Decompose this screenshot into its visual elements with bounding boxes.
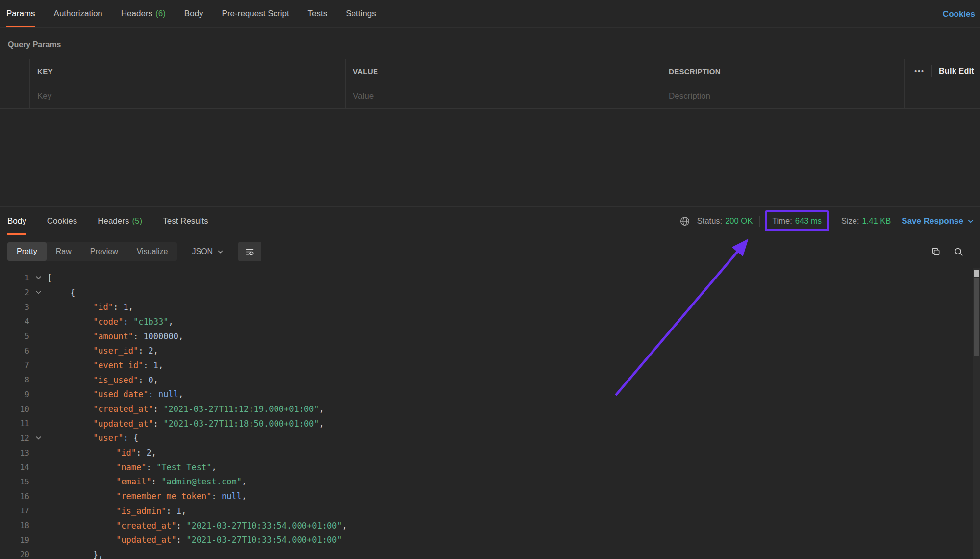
time-value: 643 ms bbox=[795, 216, 822, 226]
tab-label: Tests bbox=[308, 9, 327, 19]
text-wrap-button[interactable] bbox=[238, 242, 261, 261]
save-response-button[interactable]: Save Response bbox=[902, 216, 974, 226]
response-tab-test-results[interactable]: Test Results bbox=[163, 207, 208, 235]
view-mode-preview[interactable]: Preview bbox=[81, 242, 127, 261]
param-description-input[interactable] bbox=[669, 91, 904, 101]
code-line: 20}, bbox=[0, 547, 973, 559]
code-text: "email": "admin@test.com", bbox=[47, 477, 247, 486]
response-tab-cookies[interactable]: Cookies bbox=[47, 207, 77, 235]
query-params-title: Query Params bbox=[8, 40, 61, 49]
response-tab-body[interactable]: Body bbox=[7, 207, 26, 235]
line-number: 17 bbox=[0, 506, 29, 515]
row-handle-cell bbox=[0, 59, 30, 83]
line-number: 1 bbox=[0, 273, 29, 282]
tab-label: Body bbox=[184, 9, 203, 19]
row-handle-cell bbox=[0, 83, 30, 108]
code-line: 5"amount": 1000000, bbox=[0, 329, 973, 344]
line-number: 19 bbox=[0, 535, 29, 545]
code-text: "remember_me_token": null, bbox=[47, 491, 247, 501]
line-number: 15 bbox=[0, 477, 29, 486]
code-line: 3"id": 1, bbox=[0, 300, 973, 314]
code-line: 1[ bbox=[0, 271, 973, 285]
line-number: 18 bbox=[0, 521, 29, 530]
code-text: "amount": 1000000, bbox=[47, 331, 183, 341]
line-number: 10 bbox=[0, 405, 29, 414]
tab-pre-request-script[interactable]: Pre-request Script bbox=[222, 0, 289, 27]
bulk-edit-button[interactable]: Bulk Edit bbox=[939, 67, 974, 76]
code-line: 11"updated_at": "2021-03-27T11:18:50.000… bbox=[0, 416, 973, 431]
more-actions-icon[interactable]: ••• bbox=[914, 67, 925, 75]
code-text: "created_at": "2021-03-27T10:33:54.000+0… bbox=[47, 521, 347, 531]
fold-chevron-icon[interactable] bbox=[29, 289, 47, 296]
tab-authorization[interactable]: Authorization bbox=[54, 0, 102, 27]
divider bbox=[834, 216, 834, 227]
tab-label: Body bbox=[7, 216, 26, 226]
code-line: 8"is_used": 0, bbox=[0, 373, 973, 387]
text-wrap-icon bbox=[245, 247, 255, 257]
code-text: "created_at": "2021-03-27T11:12:19.000+0… bbox=[47, 404, 324, 414]
param-value-input[interactable] bbox=[353, 91, 661, 101]
code-text: "is_used": 0, bbox=[47, 375, 158, 385]
line-number: 9 bbox=[0, 390, 29, 399]
code-line: 4"code": "c1b33", bbox=[0, 314, 973, 329]
save-response-label: Save Response bbox=[902, 216, 963, 226]
column-header-key: KEY bbox=[30, 59, 346, 83]
time-label: Time: bbox=[772, 216, 792, 226]
code-line: 12"user": { bbox=[0, 431, 973, 446]
tab-label: Headers bbox=[98, 216, 129, 226]
column-header-value: VALUE bbox=[346, 59, 661, 83]
response-tab-headers[interactable]: Headers(5) bbox=[98, 207, 142, 235]
line-number: 13 bbox=[0, 448, 29, 457]
tab-label: Test Results bbox=[163, 216, 208, 226]
param-key-input[interactable] bbox=[37, 91, 345, 101]
fold-chevron-icon[interactable] bbox=[29, 434, 47, 442]
postman-window: Params Authorization Headers(6) Body Pre… bbox=[0, 0, 980, 559]
line-number: 12 bbox=[0, 433, 29, 443]
code-text: "event_id": 1, bbox=[47, 360, 163, 370]
column-header-description: DESCRIPTION bbox=[661, 59, 905, 83]
fold-chevron-icon[interactable] bbox=[29, 274, 47, 281]
view-mode-visualize[interactable]: Visualize bbox=[127, 242, 177, 261]
tab-params[interactable]: Params bbox=[6, 0, 35, 27]
code-line: 18"created_at": "2021-03-27T10:33:54.000… bbox=[0, 518, 973, 533]
view-mode-pretty[interactable]: Pretty bbox=[7, 242, 47, 261]
divider bbox=[759, 216, 760, 227]
tab-headers[interactable]: Headers(6) bbox=[121, 0, 166, 27]
code-text: "is_admin": 1, bbox=[47, 506, 186, 516]
line-number: 6 bbox=[0, 346, 29, 356]
time-highlight-box: Time: 643 ms bbox=[765, 210, 829, 231]
tab-body[interactable]: Body bbox=[184, 0, 203, 27]
response-toolbar: Pretty Raw Preview Visualize JSON bbox=[7, 241, 973, 262]
scrollbar-thumb[interactable] bbox=[974, 278, 979, 356]
globe-icon[interactable] bbox=[679, 216, 690, 227]
view-mode-group: Pretty Raw Preview Visualize bbox=[7, 242, 177, 261]
line-number: 4 bbox=[0, 317, 29, 326]
code-text: "updated_at": "2021-03-27T10:33:54.000+0… bbox=[47, 535, 342, 545]
code-text: "id": 2, bbox=[47, 448, 156, 457]
status-value: 200 OK bbox=[725, 216, 753, 226]
line-number: 16 bbox=[0, 492, 29, 501]
code-line: 19"updated_at": "2021-03-27T10:33:54.000… bbox=[0, 533, 973, 547]
response-size: Size: 1.41 KB bbox=[841, 216, 891, 226]
line-number: 20 bbox=[0, 550, 29, 559]
code-line: 10"created_at": "2021-03-27T11:12:19.000… bbox=[0, 402, 973, 416]
tab-settings[interactable]: Settings bbox=[346, 0, 376, 27]
tab-label: Headers bbox=[121, 9, 152, 19]
code-text: "user_id": 2, bbox=[47, 346, 158, 356]
param-input-row bbox=[0, 83, 980, 109]
tab-label: Params bbox=[6, 9, 35, 19]
response-panel: Body Cookies Headers(5) Test Results Sta… bbox=[0, 206, 980, 559]
tab-label: Authorization bbox=[54, 9, 102, 19]
cookies-link[interactable]: Cookies bbox=[943, 0, 975, 28]
code-text: [ bbox=[47, 273, 52, 283]
copy-icon[interactable] bbox=[931, 247, 941, 256]
response-headers-count-badge: (5) bbox=[132, 216, 142, 226]
view-mode-raw[interactable]: Raw bbox=[47, 242, 81, 261]
search-icon[interactable] bbox=[954, 247, 964, 257]
scrollbar-track[interactable] bbox=[973, 268, 980, 559]
line-number: 14 bbox=[0, 462, 29, 472]
format-select[interactable]: JSON bbox=[192, 247, 224, 256]
table-header-row: KEY VALUE DESCRIPTION ••• Bulk Edit bbox=[0, 59, 980, 83]
code-line: 7"event_id": 1, bbox=[0, 358, 973, 373]
tab-tests[interactable]: Tests bbox=[308, 0, 327, 27]
